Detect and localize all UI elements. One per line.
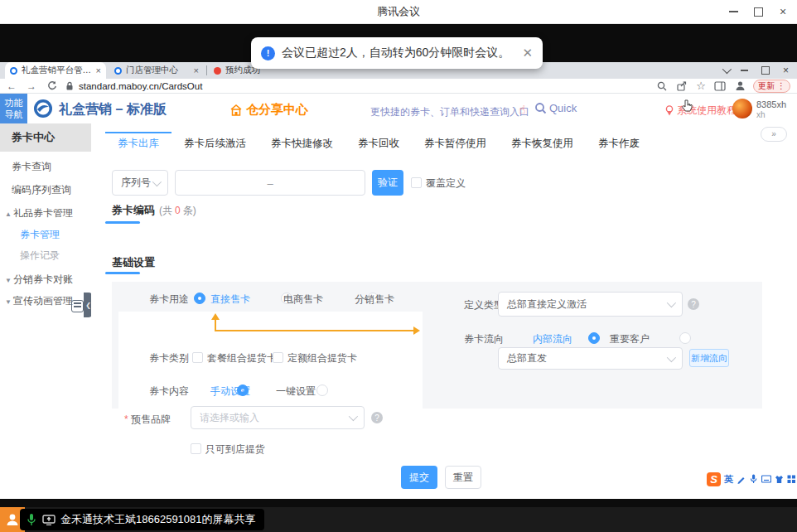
category-option-combo[interactable]: 套餐组合提货卡: [207, 351, 277, 365]
ime-pen-icon[interactable]: [737, 475, 746, 484]
browser-tab-title: 门店管理中心: [126, 65, 191, 76]
usage-option-distribution[interactable]: 分销售卡: [355, 293, 394, 307]
person-icon: [5, 512, 20, 527]
browser-maximize-icon[interactable]: [761, 66, 770, 75]
sidebar-item-operation-log[interactable]: 操作记录: [0, 246, 91, 264]
tab-card-activate[interactable]: 券卡后续激活: [171, 132, 258, 153]
profile-icon[interactable]: [734, 80, 746, 92]
define-type-help-icon[interactable]: ?: [688, 298, 699, 310]
add-flow-button[interactable]: 新增流向: [689, 349, 729, 367]
chevron-down-icon: [667, 352, 676, 361]
submit-button[interactable]: 提交: [401, 466, 437, 489]
settings-panel: 券卡用途 直接售卡 电商售卡 分销售卡 券卡类别 套餐组合提货卡 定额组合提货卡…: [112, 282, 762, 409]
tab-separator: [206, 65, 207, 75]
forward-icon[interactable]: →: [27, 80, 36, 92]
content-option-onekey[interactable]: 一键设置: [276, 384, 316, 399]
back-icon[interactable]: ←: [7, 80, 17, 92]
user-avatar[interactable]: [732, 99, 752, 118]
minimize-icon: [729, 11, 738, 12]
update-button[interactable]: 更新 ⋮: [753, 80, 790, 93]
usage-label: 券卡用途: [149, 293, 189, 307]
tutorial-link[interactable]: 系统使用教程: [665, 104, 737, 118]
usage-option-ecommerce[interactable]: 电商售卡: [283, 293, 323, 307]
tabstrip-menu-chevron-icon[interactable]: [722, 65, 729, 76]
meeting-banner: ! 会议已超过2人，自动转为60分钟限时会议。 ✕: [251, 37, 543, 69]
store-only-checkbox[interactable]: [191, 443, 201, 454]
category-checkbox-combo[interactable]: [192, 352, 203, 363]
bookmark-star-icon[interactable]: ☆: [696, 80, 706, 92]
browser-addressbar: ← → standard.maboy.cn/CardsOut ☆: [0, 79, 797, 94]
sidebar-group-distribution-reconcile[interactable]: ▼分销券卡对账: [0, 270, 91, 288]
sidebar-item-card-mgmt[interactable]: 券卡管理: [0, 225, 91, 244]
flow-radio-internal[interactable]: [588, 332, 600, 344]
share-bar-text: 金禾通技术王斌18662591081的屏幕共享: [60, 512, 256, 527]
codes-count: 0: [175, 205, 181, 216]
usage-option-direct[interactable]: 直接售卡: [210, 293, 250, 307]
sidebar-item-code-sequence-query[interactable]: 编码序列查询: [0, 181, 91, 199]
store-only-label[interactable]: 只可到店提货: [205, 443, 265, 457]
tab-card-outbound[interactable]: 券卡出库: [105, 132, 171, 153]
tab-favicon: [10, 67, 17, 75]
serial-field-select[interactable]: 序列号: [112, 170, 168, 196]
user-subname: xh: [756, 110, 766, 119]
reset-button[interactable]: 重置: [445, 466, 481, 489]
banner-text: 会议已超过2人，自动转为60分钟限时会议。: [282, 46, 510, 60]
browser-tab-1[interactable]: 礼盒营销平台管理中心 ×: [5, 62, 106, 79]
ime-logo-icon[interactable]: S: [707, 472, 721, 486]
quick-search-link[interactable]: Quick: [534, 102, 577, 114]
verify-button[interactable]: 验证: [372, 170, 403, 196]
brand-label: 预售品牌: [131, 413, 171, 427]
usage-radio-direct[interactable]: [194, 293, 205, 304]
minimize-button[interactable]: [721, 0, 746, 23]
sidebar-item-card-query[interactable]: 券卡查询: [0, 157, 91, 176]
ime-keyboard-icon[interactable]: [761, 475, 771, 483]
browser-tab-2[interactable]: 门店管理中心 ×: [109, 62, 204, 79]
tab-card-quick-edit[interactable]: 券卡快捷修改: [258, 132, 345, 153]
tab-card-recycle[interactable]: 券卡回收: [345, 132, 412, 153]
share-center-link[interactable]: 仓分享中心: [229, 102, 308, 118]
flow-option-vip[interactable]: 重要客户: [610, 332, 650, 346]
browser-minimize-icon[interactable]: [741, 70, 748, 71]
brand-help-icon[interactable]: ?: [371, 412, 383, 423]
define-type-select[interactable]: 总部直接定义激活: [498, 292, 683, 317]
category-option-fixed[interactable]: 定额组合提货卡: [287, 351, 357, 365]
ime-grid-icon[interactable]: [787, 475, 796, 484]
sidebar-collapse-icon[interactable]: [71, 300, 84, 312]
browser-menu-icon[interactable]: ⋮: [777, 81, 785, 90]
tab-close-icon[interactable]: ×: [96, 65, 101, 75]
serial-input[interactable]: –: [175, 170, 365, 196]
ime-skin-icon[interactable]: [775, 475, 784, 484]
close-button[interactable]: ×: [770, 0, 795, 23]
brand-select[interactable]: 请选择或输入: [191, 406, 365, 429]
close-icon: ×: [780, 6, 786, 17]
browser-tab-title: 礼盒营销平台管理中心: [22, 65, 93, 76]
content-option-manual[interactable]: 手动设置: [210, 384, 250, 399]
card-action-tabs: 券卡出库 券卡后续激活 券卡快捷修改 券卡回收 券卡暂停使用 券卡恢复使用 券卡…: [105, 132, 652, 153]
share-icon[interactable]: [676, 80, 688, 92]
maximize-button[interactable]: [746, 0, 770, 23]
url-text[interactable]: standard.maboy.cn/CardsOut: [79, 81, 202, 91]
flow-option-internal[interactable]: 内部流向: [533, 332, 572, 346]
flow-radio-vip[interactable]: [679, 332, 691, 344]
sidebar-title: 券卡中心: [0, 123, 91, 152]
tab-card-suspend[interactable]: 券卡暂停使用: [412, 132, 499, 153]
overwrite-label: 覆盖定义: [426, 177, 466, 191]
ime-mic-icon[interactable]: [749, 474, 758, 484]
overwrite-checkbox[interactable]: [411, 177, 422, 188]
nav-toggle-button[interactable]: 功能导航: [0, 94, 27, 123]
category-checkbox-fixed[interactable]: [273, 352, 283, 363]
sidebar-group-label: 宣传动画管理: [13, 295, 73, 307]
flow-select[interactable]: 总部直发: [498, 347, 683, 370]
expand-tabs-button[interactable]: »: [761, 127, 787, 142]
app-brand-title: 礼盒营销 – 标准版: [59, 101, 167, 118]
browser-close-icon[interactable]: ×: [783, 65, 789, 76]
ime-language-toggle[interactable]: 英: [724, 473, 733, 486]
zoom-icon[interactable]: [656, 80, 668, 92]
tab-card-restore[interactable]: 券卡恢复使用: [499, 132, 586, 153]
banner-close-icon[interactable]: ✕: [522, 46, 533, 60]
sidebar-group-gift-card-mgmt[interactable]: ▲礼品券卡管理: [0, 204, 91, 222]
tab-close-icon[interactable]: ×: [194, 65, 199, 75]
tab-card-void[interactable]: 券卡作废: [586, 132, 652, 153]
refresh-icon[interactable]: [46, 80, 57, 91]
side-panel-icon[interactable]: [714, 81, 726, 91]
